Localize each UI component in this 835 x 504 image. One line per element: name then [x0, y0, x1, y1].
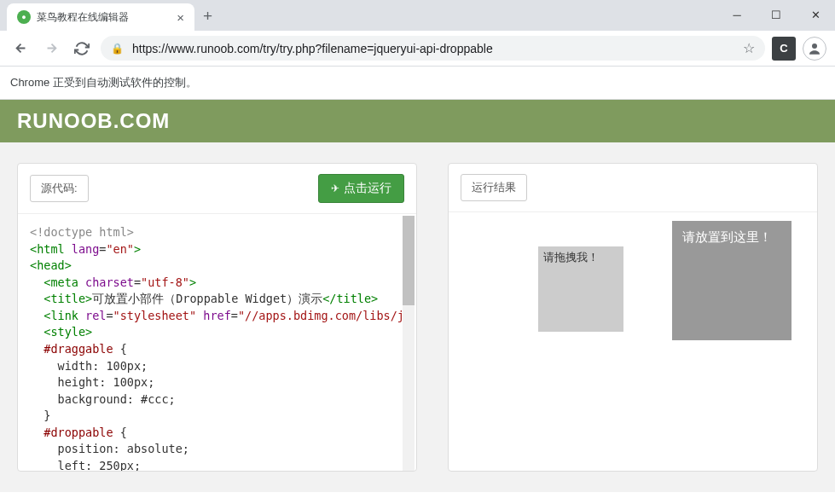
scrollbar-thumb[interactable] [403, 216, 415, 305]
result-label: 运行结果 [461, 174, 527, 201]
url-input[interactable]: 🔒 https://www.runoob.com/try/try.php?fil… [101, 36, 765, 61]
profile-avatar-icon[interactable] [803, 37, 826, 61]
close-window-button[interactable]: ✕ [796, 2, 835, 27]
back-button[interactable] [9, 37, 32, 61]
code-editor[interactable]: <!doctype html> <html lang="en"> <head> … [18, 214, 416, 471]
source-label: 源代码: [30, 175, 89, 202]
browser-chrome: ─ ☐ ✕ ● 菜鸟教程在线编辑器 × + 🔒 https://www.runo… [0, 0, 835, 100]
code-scrollbar[interactable] [403, 216, 415, 471]
window-controls: ─ ☐ ✕ [717, 2, 835, 27]
tab-title: 菜鸟教程在线编辑器 [37, 10, 171, 25]
run-button[interactable]: ✈ 点击运行 [318, 174, 404, 203]
site-logo: RUNOOB.COM [0, 100, 835, 142]
draggable-widget[interactable]: 请拖拽我！ [538, 246, 623, 332]
result-panel: 运行结果 请拖拽我！ 请放置到这里！ [448, 163, 818, 472]
forward-button[interactable] [39, 37, 63, 61]
code-content[interactable]: <!doctype html> <html lang="en"> <head> … [18, 214, 416, 471]
scrollbar-track[interactable] [403, 216, 415, 471]
favicon-icon: ● [17, 10, 31, 24]
address-bar: 🔒 https://www.runoob.com/try/try.php?fil… [0, 31, 835, 67]
tab-bar: ● 菜鸟教程在线编辑器 × + [0, 0, 835, 31]
droppable-widget[interactable]: 请放置到这里！ [672, 221, 792, 340]
minimize-button[interactable]: ─ [717, 2, 757, 27]
new-tab-button[interactable]: + [194, 2, 221, 31]
reload-button[interactable] [70, 37, 94, 61]
bookmark-icon[interactable]: ☆ [743, 40, 755, 56]
automation-info-bar: Chrome 正受到自动测试软件的控制。 [0, 67, 835, 100]
extension-icon[interactable]: C [772, 37, 796, 61]
lock-icon: 🔒 [111, 43, 124, 55]
result-panel-header: 运行结果 [449, 164, 817, 212]
editor-layout: 源代码: ✈ 点击运行 <!doctype html> <html lang="… [0, 142, 835, 492]
url-text: https://www.runoob.com/try/try.php?filen… [132, 42, 734, 55]
source-panel-header: 源代码: ✈ 点击运行 [18, 164, 416, 214]
result-preview: 请拖拽我！ 请放置到这里！ [449, 212, 817, 471]
close-tab-icon[interactable]: × [177, 10, 184, 25]
source-panel: 源代码: ✈ 点击运行 <!doctype html> <html lang="… [17, 163, 417, 472]
svg-point-0 [812, 43, 817, 49]
send-icon: ✈ [331, 182, 339, 194]
run-button-label: 点击运行 [344, 181, 391, 196]
browser-tab[interactable]: ● 菜鸟教程在线编辑器 × [7, 3, 194, 31]
maximize-button[interactable]: ☐ [757, 2, 796, 27]
